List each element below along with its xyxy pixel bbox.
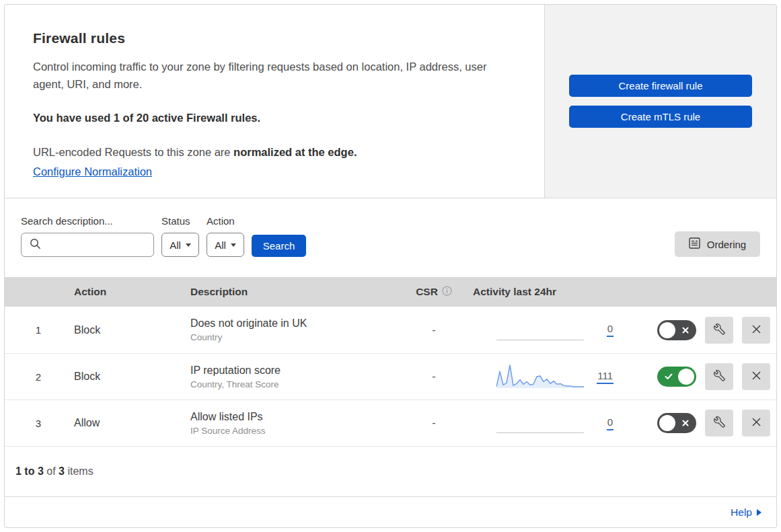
firewall-rules-card: Firewall rules Control incoming traffic … [4,4,777,528]
activity-sparkline [496,362,584,391]
edit-rule-button[interactable] [705,410,733,436]
wrench-icon [714,416,725,430]
rule-description-cell: IP reputation score Country, Threat Scor… [188,365,397,389]
actions-panel: Create firewall rule Create mTLS rule [544,5,776,198]
rule-activity-cell: 0 [471,307,626,353]
activity-count-link[interactable]: 0 [607,416,613,430]
action-filter-group: Action All [207,215,244,257]
items-range: 1 to 3 [15,465,44,478]
configure-normalization-link[interactable]: Configure Normalization [33,165,152,178]
magnifier-icon [30,238,41,252]
rule-position: 1 [5,324,72,336]
rule-description: Does not originate in UK [190,317,397,330]
status-label: Status [161,215,199,227]
rule-description-cell: Does not originate in UK Country [188,317,397,342]
rule-position: 2 [5,371,72,383]
rule-match-fields: Country [190,332,397,342]
wrench-icon [714,370,725,383]
table-header: Action Description CSR Activity last 24h… [5,277,776,307]
rule-activity-cell: 0 [471,400,626,446]
rule-enabled-toggle[interactable] [657,320,696,340]
rule-csr-value: - [397,324,471,336]
pagination-summary: 1 to 3 of 3 items [5,446,776,496]
activity-count-link[interactable]: 0 [607,323,613,337]
rule-controls [626,317,776,344]
ordering-button[interactable]: Ordering [675,231,760,257]
items-total: 3 [59,465,65,478]
activity-sparkline-empty [496,315,584,345]
action-select[interactable]: All [207,233,244,257]
header-section: Firewall rules Control incoming traffic … [5,5,776,198]
help-bar: Help [5,496,776,527]
rule-match-fields: Country, Threat Score [190,379,397,389]
rule-activity-cell: 111 [471,354,626,400]
delete-rule-button[interactable] [742,317,770,344]
rule-csr-value: - [397,371,471,383]
status-filter-group: Status All [161,215,199,257]
column-header-description: Description [188,286,397,298]
help-link[interactable]: Help [731,506,761,519]
create-mtls-rule-button[interactable]: Create mTLS rule [569,106,752,128]
ordering-button-label: Ordering [707,239,746,250]
x-mark-icon [682,420,689,426]
triangle-right-icon [757,509,761,516]
search-label: Search description... [21,215,154,227]
edit-rule-button[interactable] [705,363,733,390]
usage-notice: You have used 1 of 20 active Firewall ru… [33,112,516,124]
search-button[interactable]: Search [252,235,306,257]
toggle-knob [659,322,675,338]
rule-action: Allow [72,417,188,429]
rule-controls [626,410,776,436]
wrench-icon [714,324,725,337]
search-input[interactable] [21,233,154,257]
chevron-down-icon [231,243,236,247]
page-title: Firewall rules [33,30,516,46]
table-row: 3 Allow Allow listed IPs IP Source Addre… [5,400,776,446]
rule-enabled-toggle[interactable] [657,367,696,387]
delete-rule-button[interactable] [742,410,770,436]
x-mark-icon [682,327,689,334]
rule-description: IP reputation score [190,365,397,377]
rule-csr-value: - [397,417,471,429]
close-icon [751,324,761,336]
toggle-knob [678,369,694,385]
column-header-activity: Activity last 24hr [471,286,626,298]
normalization-prefix: URL-encoded Requests to this zone are [33,146,233,158]
close-icon [751,371,761,383]
activity-sparkline-empty [496,408,584,438]
edit-rule-button[interactable] [705,317,733,344]
rule-match-fields: IP Source Address [190,426,397,436]
rule-description-cell: Allow listed IPs IP Source Address [188,411,397,436]
rule-description: Allow listed IPs [190,411,397,423]
check-icon [665,373,673,380]
list-box-icon [689,237,700,251]
info-icon[interactable] [442,286,452,299]
table-row: 2 Block IP reputation score Country, Thr… [5,353,776,400]
action-selected-value: All [215,239,226,251]
column-header-action: Action [72,286,188,298]
rule-controls [626,363,776,390]
filter-bar: Search description... Status All Action … [5,198,776,277]
normalization-bold: normalized at the edge. [233,146,357,158]
column-header-csr: CSR [397,286,471,299]
table-row: 1 Block Does not originate in UK Country… [5,307,776,353]
delete-rule-button[interactable] [742,363,770,390]
create-firewall-rule-button[interactable]: Create firewall rule [569,75,752,97]
page-description: Control incoming traffic to your zone by… [33,58,516,93]
status-select[interactable]: All [161,233,199,257]
normalization-text: URL-encoded Requests to this zone are no… [33,144,516,161]
header-text-block: Firewall rules Control incoming traffic … [5,5,544,198]
close-icon [751,417,761,429]
activity-count-link[interactable]: 111 [597,370,613,384]
search-group: Search description... [21,215,154,257]
rule-enabled-toggle[interactable] [657,413,696,433]
action-label: Action [207,215,244,227]
status-selected-value: All [170,239,181,251]
toggle-knob [659,415,675,431]
chevron-down-icon [186,243,191,247]
rule-action: Block [72,324,188,336]
rule-position: 3 [5,418,72,429]
rule-action: Block [72,371,188,383]
